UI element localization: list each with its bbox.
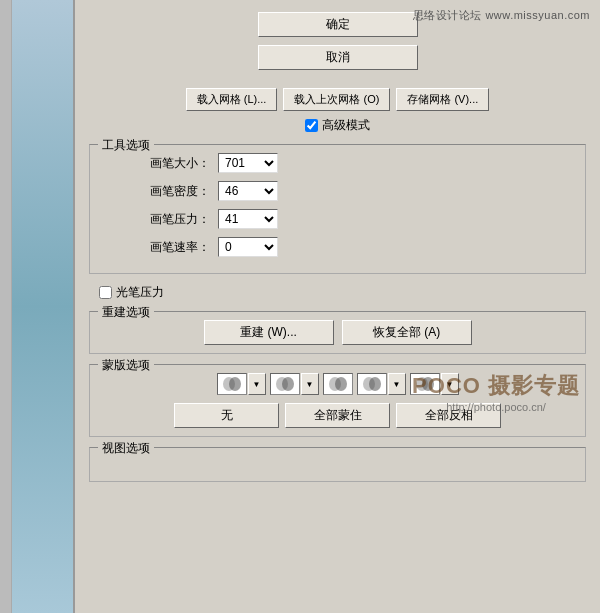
mask-icon-4[interactable] (357, 373, 387, 395)
bottom-section: 视图选项 (89, 447, 586, 482)
cancel-button[interactable]: 取消 (258, 45, 418, 70)
brush-pressure-row: 画笔压力： 41 (100, 209, 575, 229)
brush-speed-label: 画笔速率： (130, 239, 210, 256)
stylus-label: 光笔压力 (116, 284, 164, 301)
mask-dropdown-5[interactable]: ▼ (441, 373, 459, 395)
mask-all-button[interactable]: 全部蒙住 (285, 403, 390, 428)
mask-icons-row: ▼ ▼ (100, 373, 575, 395)
rebuild-section: 重建选项 重建 (W)... 恢复全部 (A) (89, 311, 586, 354)
mask-dropdown-1[interactable]: ▼ (248, 373, 266, 395)
load-last-grid-button[interactable]: 载入上次网格 (O) (283, 88, 390, 111)
brush-density-select[interactable]: 46 (218, 181, 278, 201)
brush-size-row: 画笔大小： 701 (100, 153, 575, 173)
brush-density-row: 画笔密度： 46 (100, 181, 575, 201)
confirm-button[interactable]: 确定 (258, 12, 418, 37)
mask-dropdown-2[interactable]: ▼ (301, 373, 319, 395)
tools-section: 工具选项 画笔大小： 701 画笔密度： 46 画笔压力： 41 画笔速率： 0 (89, 144, 586, 274)
svg-point-3 (282, 377, 294, 391)
brush-pressure-select[interactable]: 41 (218, 209, 278, 229)
save-grid-button[interactable]: 存储网格 (V)... (396, 88, 489, 111)
mask-bottom-buttons: 无 全部蒙住 全部反相 (100, 403, 575, 428)
mask-icon-5[interactable] (410, 373, 440, 395)
mask-invert-button[interactable]: 全部反相 (396, 403, 501, 428)
mask-icon-group-1: ▼ (217, 373, 266, 395)
brush-speed-select[interactable]: 0 (218, 237, 278, 257)
mask-none-button[interactable]: 无 (174, 403, 279, 428)
mask-section-label: 蒙版选项 (98, 357, 154, 374)
mask-section: 蒙版选项 ▼ ▼ (89, 364, 586, 437)
brush-density-label: 画笔密度： (130, 183, 210, 200)
tools-section-label: 工具选项 (98, 137, 154, 154)
svg-point-7 (369, 377, 381, 391)
grid-buttons-row: 载入网格 (L)... 载入上次网格 (O) 存储网格 (V)... (89, 88, 586, 111)
mask-icon-group-4: ▼ (357, 373, 406, 395)
mask-icon-group-5: ▼ (410, 373, 459, 395)
stylus-checkbox[interactable] (99, 286, 112, 299)
advanced-mode-row: 高级模式 (89, 117, 586, 134)
mask-icon-3[interactable] (323, 373, 353, 395)
mask-dropdown-4[interactable]: ▼ (388, 373, 406, 395)
advanced-mode-checkbox[interactable] (305, 119, 318, 132)
bottom-section-label: 视图选项 (98, 440, 154, 457)
restore-all-button[interactable]: 恢复全部 (A) (342, 320, 472, 345)
mask-icon-1[interactable] (217, 373, 247, 395)
left-panel-inner (0, 0, 12, 613)
svg-point-9 (422, 377, 434, 391)
brush-size-label: 画笔大小： (130, 155, 210, 172)
mask-icon-2[interactable] (270, 373, 300, 395)
rebuild-button[interactable]: 重建 (W)... (204, 320, 334, 345)
svg-point-1 (229, 377, 241, 391)
rebuild-section-label: 重建选项 (98, 304, 154, 321)
rebuild-buttons-row: 重建 (W)... 恢复全部 (A) (100, 320, 575, 345)
main-panel: 思络设计论坛 www.missyuan.com 确定 取消 载入网格 (L)..… (75, 0, 600, 613)
watermark-top: 思络设计论坛 www.missyuan.com (413, 8, 590, 23)
brush-pressure-label: 画笔压力： (130, 211, 210, 228)
load-grid-button[interactable]: 载入网格 (L)... (186, 88, 278, 111)
svg-point-5 (335, 377, 347, 391)
stylus-row: 光笔压力 (89, 284, 586, 301)
brush-speed-row: 画笔速率： 0 (100, 237, 575, 257)
mask-icon-group-2: ▼ (270, 373, 319, 395)
left-panel (0, 0, 75, 613)
advanced-mode-label: 高级模式 (322, 117, 370, 134)
brush-size-select[interactable]: 701 (218, 153, 278, 173)
